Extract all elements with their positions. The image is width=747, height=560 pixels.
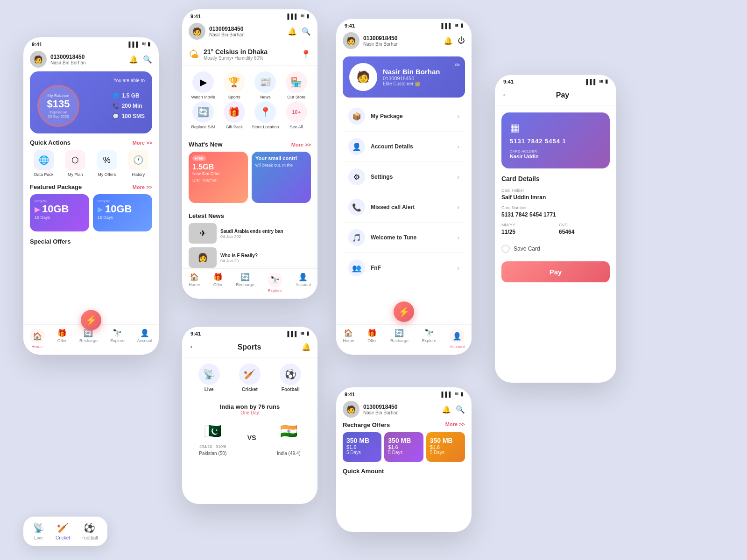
cricket-tab-icon: 🏏 [239, 364, 261, 385]
mmyy-value: 11/25 [501, 229, 552, 235]
recharge-card-3[interactable]: 350 MB $1.6 5 Days [426, 432, 465, 462]
search-icon-6[interactable]: 🔍 [456, 405, 465, 414]
news-card-1[interactable]: Free 1.5GB New Sim Offer Dial +982*5# [189, 152, 248, 203]
qa-more[interactable]: More >> [133, 140, 152, 146]
whats-new-more[interactable]: More >> [291, 142, 311, 147]
account-icon-1: 👤 [140, 329, 149, 337]
card-holder-display-label: CARD HOLDER [510, 149, 601, 154]
news-icon: 📰 [254, 71, 276, 93]
rc2-mb: 350 MB [388, 437, 419, 444]
qa-my-plan[interactable]: ⬡ My Plan [62, 150, 90, 177]
news-item-1[interactable]: ✈ Saudi Arabia ends entry ban 04 Jan 202 [189, 223, 311, 244]
pay-button[interactable]: Pay [501, 261, 610, 282]
qa-title: Quick Actions [30, 139, 70, 146]
quick-amount-section: Quick Amount [336, 467, 472, 475]
balance-label: My Balance [47, 93, 69, 98]
sports-live[interactable]: 📡 Live [33, 522, 44, 540]
edit-icon[interactable]: ✏ [455, 61, 460, 69]
grid-sports[interactable]: 🏆 Sports [220, 71, 249, 99]
signal-icon-4: ▌▌▌ [288, 331, 298, 336]
bell-icon-6[interactable]: 🔔 [442, 405, 451, 414]
wifi-icon-2: ≋ [300, 13, 304, 19]
nav-account-2[interactable]: 👤 Account [296, 273, 311, 293]
menu-my-package[interactable]: 📦 My Package › [343, 101, 465, 132]
menu-missed-call[interactable]: 📞 Missed call Alert › [343, 192, 465, 223]
pkg-card-2[interactable]: Only $2 ▶ 10GB 15 Days [93, 194, 152, 231]
featured-more[interactable]: More >> [133, 184, 152, 190]
nav-account-3[interactable]: 👤 Account [450, 329, 465, 349]
nav-explore-2[interactable]: 🔭 Explore [268, 273, 282, 293]
status-icons-5: ▌▌▌ ≋ ▮ [586, 78, 608, 84]
menu-settings[interactable]: ⚙ Settings › [343, 162, 465, 192]
holder-label: Card Holder [501, 188, 610, 193]
qa-history[interactable]: 🕐 History [125, 150, 153, 177]
news-item-2[interactable]: 👩 Who Is F Really? 04 Jan 20 [189, 247, 311, 268]
sports-bell-icon[interactable]: 🔔 [302, 343, 311, 351]
grid-gift-pack[interactable]: 🎁 Gift Pack [220, 101, 249, 129]
logout-icon-3[interactable]: ⏻ [458, 36, 465, 45]
save-card-row[interactable]: Save Card [495, 240, 616, 258]
card-chip-icon: ▦ [510, 122, 601, 134]
bell-icon-2[interactable]: 🔔 [288, 27, 297, 36]
fab-button-3[interactable]: ⚡ [394, 301, 414, 322]
menu-welcome-tune[interactable]: 🎵 Welcome to Tune › [343, 223, 465, 253]
nav-offer-1[interactable]: 🎁 Offer [57, 329, 67, 349]
balance-expires: Expires on 20 Sep 2020 [48, 110, 69, 119]
recharge-icon-3: 🔄 [395, 329, 404, 337]
grid-store-location[interactable]: 📍 Store Location [251, 101, 280, 129]
nav-explore-1[interactable]: 🔭 Explore [110, 329, 125, 349]
home-icon-2: 🏠 [190, 273, 199, 281]
location-icon[interactable]: 📍 [301, 49, 311, 60]
menu-fnf[interactable]: 👥 FnF › [343, 253, 465, 283]
nav-recharge-2[interactable]: 🔄 Recharge [236, 273, 254, 293]
rc3-price: $1.6 [430, 444, 461, 450]
profile-username-3: Nasir Bin Borhan [363, 42, 399, 47]
recharge-card-2[interactable]: 350 MB $1.6 5 Days [384, 432, 423, 462]
news-title-1: Saudi Arabia ends entry ban [220, 228, 311, 234]
sports-tab-football[interactable]: ⚽ Football [280, 364, 301, 392]
nav-home-3[interactable]: 🏠 Home [343, 329, 354, 349]
pay-back-button[interactable]: ← [501, 90, 510, 100]
store-location-label: Store Location [252, 125, 279, 129]
store-location-icon: 📍 [254, 101, 276, 123]
nav-recharge-1[interactable]: 🔄 Recharge [79, 329, 98, 349]
rc3-mb: 350 MB [430, 437, 461, 444]
recharge-card-1[interactable]: 350 MB $1.6 5 Days [343, 432, 381, 462]
grid-our-store[interactable]: 🏪 Our Store [282, 71, 311, 99]
pkg-card-1[interactable]: Only $2 ▶ 10GB 15 Days [30, 194, 89, 231]
nav-home-2[interactable]: 🏠 Home [189, 273, 200, 293]
nav-offer-2[interactable]: 🎁 Offer [213, 273, 223, 293]
nav-home-1[interactable]: 🏠 Home [30, 329, 45, 349]
bell-icon-3[interactable]: 🔔 [444, 36, 453, 45]
nav-offer-3[interactable]: 🎁 Offer [367, 329, 377, 349]
qa-my-offers[interactable]: % My Offers [93, 150, 121, 177]
sports-tab-cricket[interactable]: 🏏 Cricket [239, 364, 261, 392]
search-icon-2[interactable]: 🔍 [302, 27, 311, 36]
gift-pack-icon: 🎁 [224, 101, 245, 123]
fab-button[interactable]: ⚡ [81, 310, 101, 330]
main-content-1: You are able to My Balance $135 Expires … [23, 71, 159, 245]
sports-cricket[interactable]: 🏏 Cricket [56, 522, 70, 540]
nav-explore-3[interactable]: 🔭 Explore [422, 329, 437, 349]
recharge-more[interactable]: More >> [445, 421, 465, 428]
number-label: Card Number [501, 205, 610, 210]
sports-tab-live[interactable]: 📡 Live [198, 364, 220, 392]
sports-back-icon[interactable]: ← [189, 342, 197, 352]
avatar-6: 🧑 [343, 401, 359, 418]
qa-data-pack[interactable]: 🌐 Data Pack [30, 150, 58, 177]
live-tab-label: Live [204, 387, 214, 392]
grid-news[interactable]: 📰 News [251, 71, 280, 99]
pkg1-gb: 10GB [42, 203, 69, 215]
search-icon-1[interactable]: 🔍 [143, 55, 152, 64]
grid-see-all[interactable]: 10+ See All [282, 101, 311, 129]
nav-account-1[interactable]: 👤 Account [137, 329, 153, 349]
menu-account-details[interactable]: 👤 Account Details › [343, 132, 465, 162]
sports-football[interactable]: ⚽ Football [81, 522, 98, 540]
news-card-2[interactable]: Your small contri will break out. In the [252, 152, 311, 203]
avatar-2: 🧑 [189, 23, 205, 40]
save-card-checkbox[interactable] [501, 245, 510, 253]
grid-replace-sim[interactable]: 🔄 Replace SIM [189, 101, 218, 129]
nav-recharge-3[interactable]: 🔄 Recharge [390, 329, 409, 349]
bell-icon-1[interactable]: 🔔 [129, 55, 138, 64]
grid-watch-movie[interactable]: ▶ Watch Movie [189, 71, 218, 99]
